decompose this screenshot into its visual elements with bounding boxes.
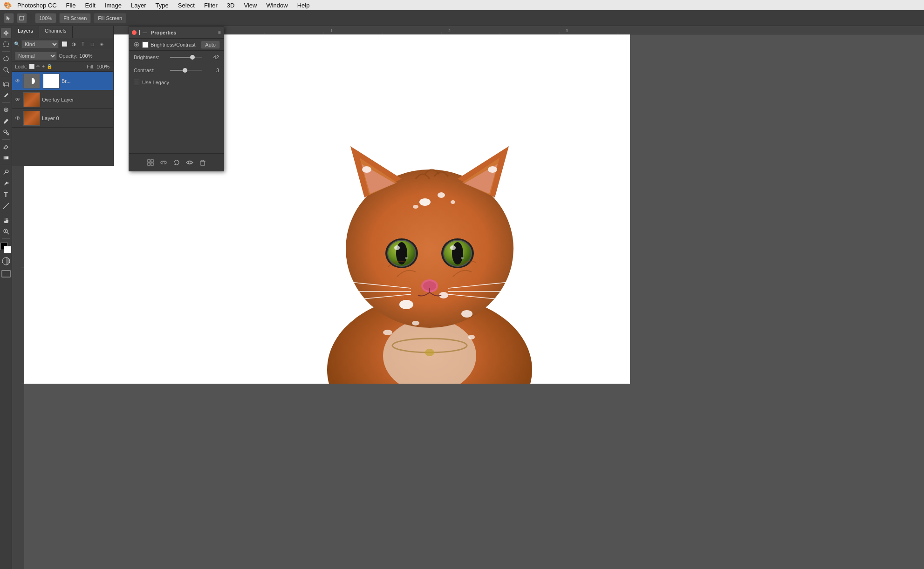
lock-label: Lock: [15, 64, 27, 69]
svg-point-53 [438, 192, 445, 198]
delete-adj-btn[interactable] [198, 158, 207, 167]
menu-photoshop[interactable]: Photoshop CC [14, 1, 61, 10]
properties-close-btn[interactable] [132, 30, 137, 35]
blend-mode-select[interactable]: Normal [15, 52, 57, 60]
menu-file[interactable]: File [62, 1, 80, 10]
brightness-thumb[interactable] [190, 55, 195, 60]
properties-menu-icon[interactable]: ≡ [218, 30, 221, 35]
menu-edit[interactable]: Edit [82, 1, 99, 10]
layer-thumb-layer0 [23, 111, 40, 126]
svg-point-12 [4, 130, 7, 133]
menu-window[interactable]: Window [262, 1, 291, 10]
menu-select[interactable]: Select [174, 1, 198, 10]
brightness-slider[interactable] [170, 54, 202, 61]
tab-layers[interactable]: Layers [12, 26, 39, 38]
lock-position-icon[interactable]: + [42, 64, 45, 69]
lock-row: Lock: ⬜ ✏ + 🔒 Fill: 100% [12, 61, 113, 72]
svg-rect-22 [2, 271, 10, 277]
brightness-value: 42 [206, 54, 219, 60]
use-legacy-label: Use Legacy [142, 80, 169, 85]
svg-point-59 [412, 321, 419, 325]
filter-smart-icon[interactable]: ◈ [98, 41, 105, 48]
hand-tool[interactable] [1, 215, 11, 225]
view-adj-btn[interactable] [185, 158, 194, 167]
menu-image[interactable]: Image [101, 1, 125, 10]
cursor-tool[interactable] [4, 13, 14, 23]
layer-visibility-layer0[interactable]: 👁 [14, 115, 21, 122]
line-tool[interactable] [1, 201, 11, 211]
tool-sep-2 [2, 77, 10, 77]
quick-select-tool[interactable] [1, 65, 11, 75]
zoom-display[interactable]: 100% [35, 13, 56, 23]
spot-heal-tool[interactable] [1, 105, 11, 115]
tab-channels[interactable]: Channels [39, 26, 72, 38]
layer-thumb-adj [23, 74, 40, 88]
layer-visibility-overlay[interactable]: 👁 [14, 96, 21, 103]
layer-item-overlay[interactable]: 👁 Overlay Layer [12, 90, 113, 109]
filter-pixel-icon[interactable]: ⬜ [61, 41, 68, 48]
brush-tool[interactable] [1, 116, 11, 126]
background-color[interactable] [4, 246, 11, 253]
svg-rect-27 [151, 160, 153, 162]
svg-line-3 [23, 16, 25, 17]
svg-rect-13 [4, 156, 8, 159]
layer-name-layer0: Layer 0 [42, 115, 111, 121]
move-tool[interactable] [1, 28, 11, 38]
contrast-slider[interactable] [170, 67, 202, 74]
clip-layer-btn[interactable] [146, 158, 155, 167]
layer-item-layer0[interactable]: 👁 Layer 0 [12, 109, 113, 128]
contrast-thumb[interactable] [183, 68, 187, 73]
color-swatches[interactable] [0, 243, 12, 254]
screen-mode-btn[interactable] [1, 270, 11, 279]
fill-screen-button[interactable]: Fill Screen [94, 13, 126, 23]
lasso-tool[interactable] [1, 54, 11, 64]
quick-mask-btn[interactable] [1, 257, 11, 267]
dodge-tool[interactable] [1, 167, 11, 177]
kind-select[interactable]: Kind [21, 40, 59, 48]
svg-point-60 [383, 330, 392, 335]
menu-3d[interactable]: 3D [223, 1, 239, 10]
contrast-label: Contrast: [134, 68, 166, 73]
svg-point-63 [488, 166, 497, 173]
gradient-tool[interactable] [1, 153, 11, 163]
layer-item-brightness[interactable]: 👁 Br... [12, 72, 113, 90]
filter-type-icon[interactable]: T [79, 41, 87, 48]
tool-sep-3 [2, 102, 10, 103]
lock-transparent-icon[interactable]: ⬜ [29, 64, 34, 69]
filter-shape-icon[interactable]: ◻ [89, 41, 96, 48]
document-canvas[interactable] [24, 34, 630, 384]
svg-point-14 [6, 170, 8, 173]
zoom-tool[interactable] [1, 226, 11, 237]
menu-type[interactable]: Type [152, 1, 172, 10]
lock-image-icon[interactable]: ✏ [36, 64, 40, 69]
menu-view[interactable]: View [240, 1, 260, 10]
layer-visibility-btn[interactable]: 👁 [14, 77, 21, 85]
use-legacy-checkbox[interactable] [134, 80, 139, 85]
properties-panel: — Properties ≡ Brightness/Contrast Auto … [129, 26, 224, 171]
menu-layer[interactable]: Layer [127, 1, 150, 10]
svg-point-62 [362, 166, 371, 173]
properties-collapse-icon[interactable]: — [143, 30, 147, 35]
transform-tool[interactable] [17, 13, 27, 23]
lock-all-icon[interactable]: 🔒 [47, 64, 52, 69]
adj-settings-icon [133, 41, 140, 48]
type-tool[interactable]: T [1, 190, 11, 200]
marquee-tool[interactable] [1, 39, 11, 49]
menu-help[interactable]: Help [294, 1, 314, 10]
pen-tool[interactable] [1, 178, 11, 189]
menu-filter[interactable]: Filter [200, 1, 221, 10]
filter-adj-icon[interactable]: ◑ [70, 41, 77, 48]
layer-mask-thumb [43, 74, 60, 88]
fit-screen-button[interactable]: Fit Screen [59, 13, 91, 23]
link-layers-btn[interactable] [159, 158, 168, 167]
layer-name-brightness: Br... [62, 78, 111, 84]
tool-sep-4 [2, 139, 10, 140]
eyedropper-tool[interactable] [1, 90, 11, 101]
eraser-tool[interactable] [1, 142, 11, 152]
crop-tool[interactable] [1, 79, 11, 89]
auto-button[interactable]: Auto [201, 41, 220, 49]
svg-point-25 [136, 44, 137, 46]
clone-tool[interactable] [1, 127, 11, 137]
reset-adjustments-btn[interactable] [172, 158, 181, 167]
svg-point-54 [413, 205, 418, 209]
